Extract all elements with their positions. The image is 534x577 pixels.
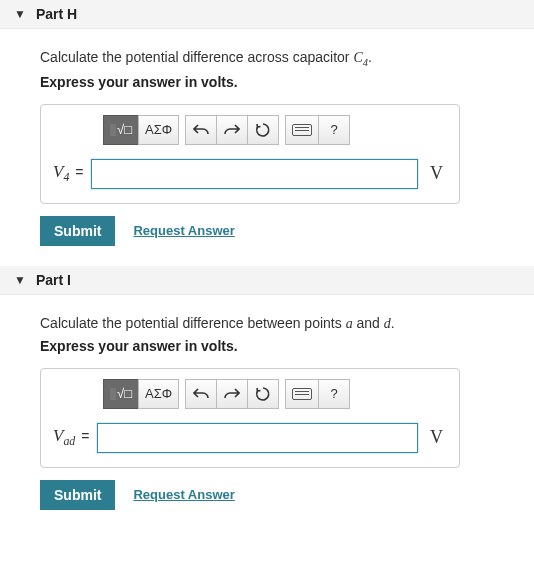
- part-h: ▼ Part H Calculate the potential differe…: [0, 0, 534, 256]
- unit-label: V: [426, 427, 447, 448]
- answer-row: Vad = V: [53, 423, 447, 453]
- greek-button[interactable]: ΑΣΦ: [138, 379, 179, 409]
- prompt-mid: and: [353, 315, 384, 331]
- keyboard-button[interactable]: [285, 115, 319, 145]
- part-body: Calculate the potential difference betwe…: [0, 295, 534, 520]
- templates-icon: √□: [110, 123, 132, 136]
- instruction-text: Express your answer in volts.: [40, 338, 514, 354]
- submit-button[interactable]: Submit: [40, 216, 115, 246]
- part-title: Part H: [36, 6, 77, 22]
- prompt-var2: d: [384, 316, 391, 331]
- reset-icon: [255, 386, 271, 402]
- redo-button[interactable]: [216, 115, 248, 145]
- answer-box: √□ ΑΣΦ: [40, 104, 460, 204]
- reset-button[interactable]: [247, 379, 279, 409]
- caret-down-icon: ▼: [14, 273, 26, 287]
- answer-box: √□ ΑΣΦ: [40, 368, 460, 468]
- part-title: Part I: [36, 272, 71, 288]
- help-label: ?: [330, 386, 337, 401]
- help-button[interactable]: ?: [318, 379, 350, 409]
- prompt-text: Calculate the potential difference acros…: [40, 49, 514, 68]
- prompt-pre: Calculate the potential difference acros…: [40, 49, 353, 65]
- prompt-pre: Calculate the potential difference betwe…: [40, 315, 346, 331]
- keyboard-button[interactable]: [285, 379, 319, 409]
- undo-button[interactable]: [185, 379, 217, 409]
- unit-label: V: [426, 163, 447, 184]
- submit-button[interactable]: Submit: [40, 480, 115, 510]
- keyboard-icon: [292, 388, 312, 400]
- redo-button[interactable]: [216, 379, 248, 409]
- toolbar: √□ ΑΣΦ: [103, 115, 447, 145]
- prompt-var: C4: [353, 50, 368, 65]
- actions-row: Submit Request Answer: [40, 480, 514, 510]
- toolbar: √□ ΑΣΦ: [103, 379, 447, 409]
- templates-button[interactable]: √□: [103, 379, 139, 409]
- request-answer-link[interactable]: Request Answer: [133, 223, 234, 238]
- templates-icon: √□: [110, 387, 132, 400]
- templates-button[interactable]: √□: [103, 115, 139, 145]
- prompt-var: a: [346, 316, 353, 331]
- answer-input[interactable]: [97, 423, 418, 453]
- instruction-text: Express your answer in volts.: [40, 74, 514, 90]
- variable-label: Vad =: [53, 426, 89, 449]
- answer-row: V4 = V: [53, 159, 447, 189]
- redo-icon: [224, 387, 240, 401]
- undo-icon: [193, 387, 209, 401]
- greek-label: ΑΣΦ: [145, 122, 172, 137]
- part-body: Calculate the potential difference acros…: [0, 29, 534, 256]
- keyboard-icon: [292, 124, 312, 136]
- help-button[interactable]: ?: [318, 115, 350, 145]
- request-answer-link[interactable]: Request Answer: [133, 487, 234, 502]
- reset-icon: [255, 122, 271, 138]
- prompt-text: Calculate the potential difference betwe…: [40, 315, 514, 332]
- caret-down-icon: ▼: [14, 7, 26, 21]
- undo-icon: [193, 123, 209, 137]
- undo-button[interactable]: [185, 115, 217, 145]
- actions-row: Submit Request Answer: [40, 216, 514, 246]
- prompt-post: .: [391, 315, 395, 331]
- redo-icon: [224, 123, 240, 137]
- variable-label: V4 =: [53, 162, 83, 185]
- help-label: ?: [330, 122, 337, 137]
- part-header[interactable]: ▼ Part I: [0, 266, 534, 295]
- prompt-post: .: [368, 49, 372, 65]
- part-header[interactable]: ▼ Part H: [0, 0, 534, 29]
- greek-label: ΑΣΦ: [145, 386, 172, 401]
- answer-input[interactable]: [91, 159, 418, 189]
- reset-button[interactable]: [247, 115, 279, 145]
- greek-button[interactable]: ΑΣΦ: [138, 115, 179, 145]
- part-i: ▼ Part I Calculate the potential differe…: [0, 266, 534, 520]
